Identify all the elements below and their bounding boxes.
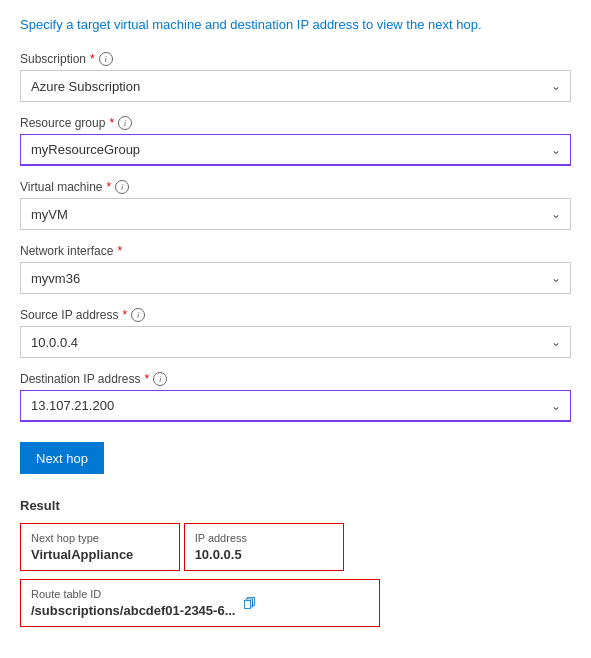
source-ip-select-wrapper: 10.0.0.4 ⌄: [20, 326, 571, 358]
route-table-card: Route table ID /subscriptions/abcdef01-2…: [20, 579, 380, 627]
virtual-machine-select-wrapper: myVM ⌄: [20, 198, 571, 230]
page-description: Specify a target virtual machine and des…: [20, 16, 571, 34]
route-table-content: Route table ID /subscriptions/abcdef01-2…: [31, 588, 235, 618]
resource-group-field: Resource group * i myResourceGroup ⌄: [20, 116, 571, 166]
subscription-select[interactable]: Azure Subscription: [20, 70, 571, 102]
destination-ip-info-icon[interactable]: i: [153, 372, 167, 386]
virtual-machine-info-icon[interactable]: i: [115, 180, 129, 194]
network-interface-label: Network interface *: [20, 244, 571, 258]
required-star: *: [90, 52, 95, 66]
required-star-rg: *: [109, 116, 114, 130]
next-hop-type-value: VirtualAppliance: [31, 547, 169, 562]
next-hop-type-label: Next hop type: [31, 532, 169, 544]
ip-address-label: IP address: [195, 532, 333, 544]
destination-ip-label: Destination IP address * i: [20, 372, 571, 386]
result-section-label: Result: [20, 498, 571, 513]
resource-group-select[interactable]: myResourceGroup: [20, 134, 571, 166]
source-ip-label: Source IP address * i: [20, 308, 571, 322]
destination-ip-field: Destination IP address * i 13.107.21.200…: [20, 372, 571, 422]
resource-group-label: Resource group * i: [20, 116, 571, 130]
next-hop-type-card: Next hop type VirtualAppliance: [20, 523, 180, 571]
subscription-field: Subscription * i Azure Subscription ⌄: [20, 52, 571, 102]
network-interface-select-wrapper: myvm36 ⌄: [20, 262, 571, 294]
required-star-src: *: [123, 308, 128, 322]
required-star-vm: *: [107, 180, 112, 194]
virtual-machine-select[interactable]: myVM: [20, 198, 571, 230]
source-ip-info-icon[interactable]: i: [131, 308, 145, 322]
destination-ip-select-wrapper: 13.107.21.200 ⌄: [20, 390, 571, 422]
copy-icon[interactable]: 🗍: [243, 596, 256, 611]
subscription-select-wrapper: Azure Subscription ⌄: [20, 70, 571, 102]
ip-address-card: IP address 10.0.0.5: [184, 523, 344, 571]
next-hop-button[interactable]: Next hop: [20, 442, 104, 474]
source-ip-field: Source IP address * i 10.0.0.4 ⌄: [20, 308, 571, 358]
route-table-value: /subscriptions/abcdef01-2345-6...: [31, 603, 235, 618]
source-ip-select[interactable]: 10.0.0.4: [20, 326, 571, 358]
route-table-label: Route table ID: [31, 588, 235, 600]
subscription-info-icon[interactable]: i: [99, 52, 113, 66]
ip-address-value: 10.0.0.5: [195, 547, 333, 562]
network-interface-field: Network interface * myvm36 ⌄: [20, 244, 571, 294]
resource-group-select-wrapper: myResourceGroup ⌄: [20, 134, 571, 166]
network-interface-select[interactable]: myvm36: [20, 262, 571, 294]
destination-ip-select[interactable]: 13.107.21.200: [20, 390, 571, 422]
subscription-label: Subscription * i: [20, 52, 571, 66]
virtual-machine-field: Virtual machine * i myVM ⌄: [20, 180, 571, 230]
required-star-dst: *: [145, 372, 150, 386]
required-star-ni: *: [117, 244, 122, 258]
result-section: Result Next hop type VirtualAppliance IP…: [20, 498, 571, 627]
virtual-machine-label: Virtual machine * i: [20, 180, 571, 194]
resource-group-info-icon[interactable]: i: [118, 116, 132, 130]
